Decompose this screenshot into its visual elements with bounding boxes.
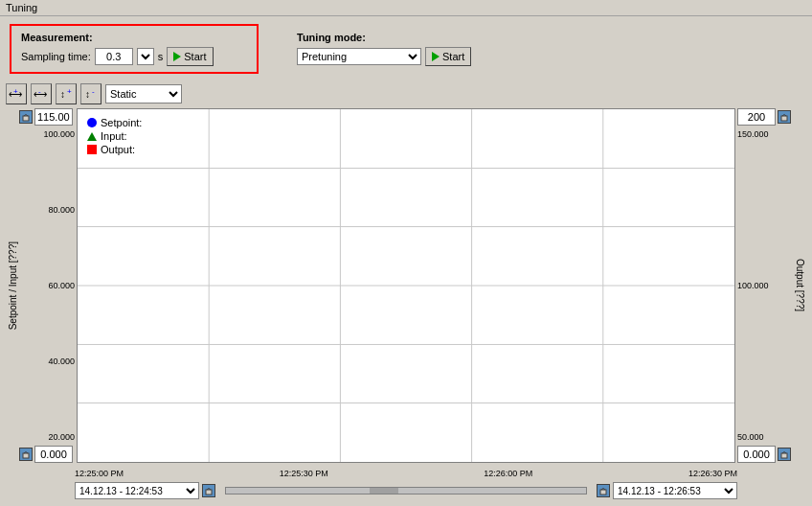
right-y-tick-50: 50.000 bbox=[737, 432, 793, 442]
tuning-mode-row: Pretuning Fine tuning Manual Start bbox=[297, 47, 471, 66]
tuning-mode-box: Tuning mode: Pretuning Fine tuning Manua… bbox=[297, 32, 471, 66]
tuning-start-triangle-icon bbox=[432, 52, 440, 61]
zoom-in-x-icon: ⟷ + bbox=[9, 87, 24, 101]
left-y-tick-40: 40.000 bbox=[19, 356, 75, 366]
right-lock-icon bbox=[779, 112, 789, 122]
setpoint-icon bbox=[87, 118, 97, 127]
right-top-lock-button[interactable] bbox=[778, 110, 791, 124]
legend-input: Input: bbox=[87, 130, 142, 142]
right-top-control bbox=[737, 108, 793, 126]
horizontal-scrollbar[interactable] bbox=[225, 487, 587, 494]
zoom-in-x-button[interactable]: ⟷ + bbox=[6, 83, 27, 104]
left-y-scale-container: 100.000 80.000 60.000 40.000 20.000 bbox=[19, 108, 75, 463]
zoom-out-x-button[interactable]: ⟷ - bbox=[31, 83, 52, 104]
left-min-input[interactable] bbox=[34, 446, 73, 463]
left-time-select[interactable]: 14.12.13 - 12:24:53 bbox=[75, 482, 199, 499]
right-y-tick-100: 100.000 bbox=[737, 281, 793, 290]
chart-area: Setpoint / Input [???] 100.000 80.000 60… bbox=[0, 106, 812, 465]
tuning-start-label: Start bbox=[442, 51, 464, 62]
scrollbar-container bbox=[221, 487, 591, 494]
zoom-out-y-button[interactable]: ↕ - bbox=[80, 83, 102, 104]
svg-text:↕: ↕ bbox=[85, 89, 90, 100]
zoom-out-y-icon: ↕ - bbox=[83, 87, 99, 101]
bottom-controls: 14.12.13 - 12:24:53 14.12.13 - 12:26:53 bbox=[75, 482, 737, 499]
measurement-start-label: Start bbox=[184, 51, 206, 62]
x-tick-4: 12:26:30 PM bbox=[688, 469, 737, 478]
left-y-tick-60: 60.000 bbox=[19, 281, 75, 290]
setpoint-label: Setpoint: bbox=[101, 117, 142, 128]
input-label: Input: bbox=[101, 130, 127, 142]
measurement-row: Sampling time: ▼ s Start bbox=[21, 47, 247, 66]
time-lock-icon-left bbox=[204, 486, 214, 495]
x-tick-1: 12:25:00 PM bbox=[75, 469, 124, 478]
input-icon bbox=[87, 132, 97, 141]
right-bottom-lock-button[interactable] bbox=[778, 448, 791, 461]
lock-icon-bottom bbox=[21, 449, 31, 459]
left-y-axis-label: Setpoint / Input [???] bbox=[8, 242, 18, 330]
svg-text:↕: ↕ bbox=[60, 89, 65, 100]
left-y-tick-100: 100.000 bbox=[19, 129, 75, 139]
right-bottom-control bbox=[737, 446, 793, 463]
left-top-control bbox=[19, 108, 75, 126]
tuning-start-button[interactable]: Start bbox=[425, 47, 471, 66]
right-time-lock-button[interactable] bbox=[597, 484, 610, 497]
top-panel: Measurement: Sampling time: ▼ s Start Tu… bbox=[0, 16, 812, 81]
left-y-tick-20: 20.000 bbox=[19, 432, 75, 442]
chart-canvas: Setpoint: Input: Output: bbox=[77, 108, 735, 463]
left-y-tick-80: 80.000 bbox=[19, 205, 75, 215]
right-max-input[interactable] bbox=[737, 108, 776, 126]
right-axis-container: 150.000 100.000 50.000 Output [???] bbox=[737, 108, 806, 463]
left-time-lock-button[interactable] bbox=[202, 484, 215, 497]
main-container: Measurement: Sampling time: ▼ s Start Tu… bbox=[0, 16, 812, 503]
svg-text:+: + bbox=[67, 87, 72, 96]
svg-rect-19 bbox=[781, 116, 787, 121]
legend-setpoint: Setpoint: bbox=[87, 117, 142, 128]
chart-mode-select[interactable]: Static Dynamic bbox=[105, 84, 182, 104]
output-icon bbox=[87, 145, 97, 154]
right-y-axis-label: Output [???] bbox=[795, 259, 805, 311]
tuning-mode-select[interactable]: Pretuning Fine tuning Manual bbox=[297, 48, 421, 65]
sampling-time-dropdown[interactable]: ▼ bbox=[137, 48, 154, 65]
lock-icon bbox=[21, 112, 31, 122]
measurement-label: Measurement: bbox=[21, 32, 247, 43]
right-min-input[interactable] bbox=[737, 446, 776, 463]
right-y-scale: 150.000 100.000 50.000 bbox=[737, 127, 793, 444]
left-y-scale: 100.000 80.000 60.000 40.000 20.000 bbox=[19, 127, 75, 444]
left-top-lock-button[interactable] bbox=[19, 110, 33, 124]
svg-text:-: - bbox=[38, 87, 41, 96]
left-bottom-control bbox=[19, 446, 75, 463]
left-bottom-lock-button[interactable] bbox=[19, 448, 33, 461]
zoom-in-y-button[interactable]: ↕ + bbox=[56, 83, 77, 104]
svg-rect-9 bbox=[23, 453, 29, 458]
left-time-row: 14.12.13 - 12:24:53 bbox=[75, 482, 215, 499]
zoom-in-y-icon: ↕ + bbox=[58, 87, 74, 101]
left-max-input[interactable] bbox=[34, 108, 73, 126]
bottom-panel: 12:25:00 PM 12:25:30 PM 12:26:00 PM 12:2… bbox=[0, 465, 812, 503]
time-lock-icon-right bbox=[598, 486, 608, 495]
measurement-box: Measurement: Sampling time: ▼ s Start bbox=[10, 24, 259, 74]
chart-wrapper: Setpoint: Input: Output: bbox=[77, 108, 735, 463]
chart-legend: Setpoint: Input: Output: bbox=[87, 117, 142, 155]
right-time-select[interactable]: 14.12.13 - 12:26:53 bbox=[613, 482, 737, 499]
right-y-scale-container: 150.000 100.000 50.000 bbox=[737, 108, 793, 463]
x-axis-ticks: 12:25:00 PM 12:25:30 PM 12:26:00 PM 12:2… bbox=[75, 467, 737, 482]
title-text: Tuning bbox=[6, 2, 37, 13]
right-lock-icon-bottom bbox=[779, 449, 789, 459]
start-triangle-icon bbox=[173, 52, 181, 61]
svg-rect-22 bbox=[600, 490, 606, 494]
svg-rect-8 bbox=[23, 116, 29, 121]
x-tick-2: 12:25:30 PM bbox=[280, 469, 328, 478]
right-time-row: 14.12.13 - 12:26:53 bbox=[597, 482, 737, 499]
svg-rect-21 bbox=[206, 490, 212, 494]
legend-output: Output: bbox=[87, 144, 142, 155]
toolbar: ⟷ + ⟷ - ↕ + ↕ - Static Dynamic bbox=[0, 81, 812, 106]
sampling-time-input[interactable] bbox=[95, 48, 133, 65]
scrollbar-thumb[interactable] bbox=[370, 488, 398, 494]
tuning-mode-label: Tuning mode: bbox=[297, 32, 471, 43]
left-y-label-container: Setpoint / Input [???] bbox=[6, 108, 19, 463]
svg-rect-20 bbox=[781, 453, 787, 458]
svg-text:+: + bbox=[13, 87, 18, 96]
x-tick-3: 12:26:00 PM bbox=[484, 469, 532, 478]
measurement-start-button[interactable]: Start bbox=[167, 47, 213, 66]
title-bar: Tuning bbox=[0, 0, 812, 16]
